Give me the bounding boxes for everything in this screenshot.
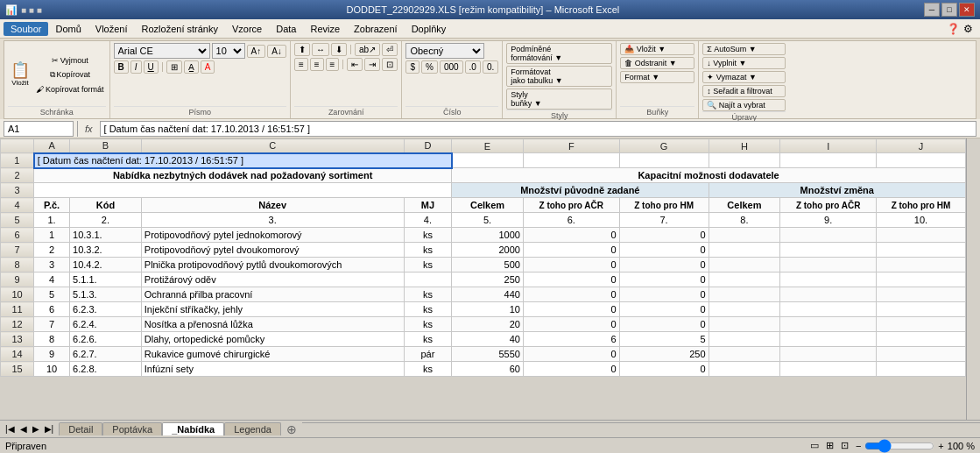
cell-A4[interactable]: P.č. bbox=[34, 198, 70, 213]
wrap-text-button[interactable]: ⏎ bbox=[382, 43, 398, 56]
cell-F8[interactable]: 0 bbox=[523, 258, 619, 273]
cell-E1[interactable] bbox=[452, 153, 524, 168]
cell-J8[interactable] bbox=[877, 258, 966, 273]
cell-A8[interactable]: 3 bbox=[34, 258, 70, 273]
cell-D12[interactable]: ks bbox=[404, 317, 452, 332]
cell-B11[interactable]: 6.2.3. bbox=[70, 302, 142, 317]
cell-H11[interactable] bbox=[709, 302, 780, 317]
cell-D7[interactable]: ks bbox=[404, 243, 452, 258]
currency-button[interactable]: $ bbox=[405, 60, 419, 74]
cell-A14[interactable]: 9 bbox=[34, 347, 70, 362]
cell-C8[interactable]: Plnička protipovodňový pytlů dvoukomorov… bbox=[141, 258, 404, 273]
shrink-font-button[interactable]: A↓ bbox=[267, 45, 286, 58]
cell-G4[interactable]: Z toho pro HM bbox=[619, 198, 709, 213]
cell-H5[interactable]: 8. bbox=[709, 213, 780, 228]
font-color-button[interactable]: A bbox=[201, 60, 215, 74]
increase-decimal-button[interactable]: .0 bbox=[465, 60, 481, 74]
format-as-table-button[interactable]: Formátovatjako tabulku ▼ bbox=[506, 66, 612, 87]
cell-B8[interactable]: 10.4.2. bbox=[70, 258, 142, 273]
cell-C4[interactable]: Název bbox=[141, 198, 404, 213]
menu-doplnky[interactable]: Doplňky bbox=[405, 22, 454, 36]
cell-J10[interactable] bbox=[877, 287, 966, 302]
clear-button[interactable]: ✦ Vymazat ▼ bbox=[702, 71, 786, 83]
cell-H3[interactable]: Množství změna bbox=[709, 183, 965, 198]
cell-B15[interactable]: 6.2.8. bbox=[70, 362, 142, 377]
view-pagebreak-icon[interactable]: ⊡ bbox=[841, 440, 849, 451]
cell-J5[interactable]: 10. bbox=[877, 213, 966, 228]
cell-I9[interactable] bbox=[780, 273, 877, 287]
tab-nav-first[interactable]: |◀ bbox=[4, 424, 17, 434]
format-cells-button[interactable]: Format ▼ bbox=[620, 71, 694, 83]
cell-C14[interactable]: Rukavice gumové chirurgické bbox=[141, 347, 404, 362]
delete-cells-button[interactable]: 🗑 Odstranit ▼ bbox=[620, 57, 694, 69]
cut-button[interactable]: ✂Vyjmout bbox=[34, 54, 106, 67]
cell-H6[interactable] bbox=[709, 228, 780, 243]
cell-G5[interactable]: 7. bbox=[619, 213, 709, 228]
cell-A12[interactable]: 7 bbox=[34, 317, 70, 332]
cell-F7[interactable]: 0 bbox=[523, 243, 619, 258]
cell-A9[interactable]: 4 bbox=[34, 273, 70, 287]
border-button[interactable]: ⊞ bbox=[166, 60, 182, 74]
cell-D14[interactable]: pár bbox=[404, 347, 452, 362]
cell-I6[interactable] bbox=[780, 228, 877, 243]
paste-button[interactable]: 📋 Vložit bbox=[8, 48, 32, 101]
cell-B7[interactable]: 10.3.2. bbox=[70, 243, 142, 258]
cell-C10[interactable]: Ochranná přilba pracovní bbox=[141, 287, 404, 302]
cell-G14[interactable]: 250 bbox=[619, 347, 709, 362]
cell-G15[interactable]: 0 bbox=[619, 362, 709, 377]
cell-H7[interactable] bbox=[709, 243, 780, 258]
maximize-button[interactable]: □ bbox=[941, 3, 957, 17]
cell-J9[interactable] bbox=[877, 273, 966, 287]
close-button[interactable]: ✕ bbox=[959, 3, 975, 17]
copy-button[interactable]: ⧉Kopírovat bbox=[34, 68, 106, 81]
sort-filter-button[interactable]: ↕ Seřadit a filtrovat bbox=[702, 85, 786, 97]
col-header-D[interactable]: D bbox=[404, 139, 452, 153]
cell-F14[interactable]: 0 bbox=[523, 347, 619, 362]
grow-font-button[interactable]: A↑ bbox=[247, 45, 266, 58]
find-select-button[interactable]: 🔍 Najít a vybrat bbox=[702, 99, 786, 111]
cell-C12[interactable]: Nosítka a přenosná lůžka bbox=[141, 317, 404, 332]
cell-H14[interactable] bbox=[709, 347, 780, 362]
cell-I10[interactable] bbox=[780, 287, 877, 302]
cell-F13[interactable]: 6 bbox=[523, 332, 619, 347]
minimize-button[interactable]: ─ bbox=[924, 3, 940, 17]
cell-F5[interactable]: 6. bbox=[523, 213, 619, 228]
zoom-in-button[interactable]: + bbox=[938, 441, 943, 451]
decrease-decimal-button[interactable]: 0. bbox=[483, 60, 498, 74]
cell-D9[interactable] bbox=[404, 273, 452, 287]
align-middle-button[interactable]: ↔ bbox=[312, 43, 329, 56]
cell-styles-button[interactable]: Stylybuňky ▼ bbox=[506, 88, 612, 110]
horizontal-scrollbar[interactable] bbox=[302, 422, 980, 436]
menu-domu[interactable]: Domů bbox=[48, 22, 88, 36]
cell-F6[interactable]: 0 bbox=[523, 228, 619, 243]
tab-nav-next[interactable]: ▶ bbox=[31, 424, 41, 434]
cell-J7[interactable] bbox=[877, 243, 966, 258]
sheet-tab-poptavka[interactable]: Poptávka bbox=[102, 422, 162, 435]
cell-D6[interactable]: ks bbox=[404, 228, 452, 243]
cell-I12[interactable] bbox=[780, 317, 877, 332]
align-top-button[interactable]: ⬆ bbox=[294, 43, 310, 56]
cell-A5[interactable]: 1. bbox=[34, 213, 70, 228]
cell-J4[interactable]: Z toho pro HM bbox=[877, 198, 966, 213]
col-header-G[interactable]: G bbox=[619, 139, 709, 153]
cell-C9[interactable]: Protižárový oděv bbox=[141, 273, 404, 287]
underline-button[interactable]: U bbox=[144, 60, 159, 74]
cell-H4[interactable]: Celkem bbox=[709, 198, 780, 213]
menu-revize[interactable]: Revize bbox=[303, 22, 347, 36]
cell-D4[interactable]: MJ bbox=[404, 198, 452, 213]
cell-J6[interactable] bbox=[877, 228, 966, 243]
cell-J1[interactable] bbox=[877, 153, 966, 168]
cell-E12[interactable]: 20 bbox=[452, 317, 524, 332]
cell-E11[interactable]: 10 bbox=[452, 302, 524, 317]
col-header-I[interactable]: I bbox=[780, 139, 877, 153]
cell-J11[interactable] bbox=[877, 302, 966, 317]
cell-E3[interactable]: Množství původně zadané bbox=[452, 183, 709, 198]
italic-button[interactable]: I bbox=[130, 60, 142, 74]
formula-input[interactable] bbox=[100, 121, 976, 137]
cell-C7[interactable]: Protipovodňový pytel dvoukomorový bbox=[141, 243, 404, 258]
menu-vlozeni[interactable]: Vložení bbox=[88, 22, 135, 36]
zoom-out-button[interactable]: − bbox=[856, 441, 861, 451]
align-right-button[interactable]: ≡ bbox=[326, 58, 340, 71]
text-angle-button[interactable]: ab↗ bbox=[355, 43, 380, 56]
bold-button[interactable]: B bbox=[114, 60, 129, 74]
